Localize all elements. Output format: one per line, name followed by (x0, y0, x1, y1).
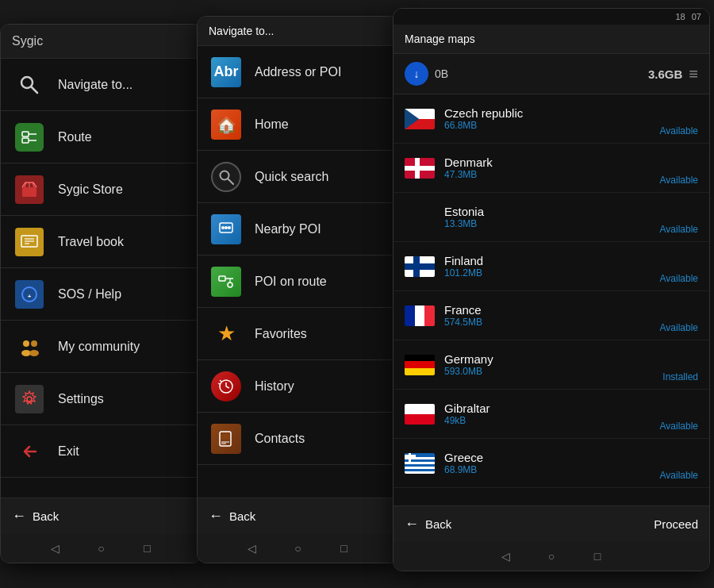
finland-name: Finland (444, 254, 698, 267)
back-button-maps[interactable]: ← Back (393, 505, 616, 542)
menu-item-route[interactable]: Route (1, 111, 202, 163)
denmark-status: Available (660, 175, 698, 186)
sos-icon: + (12, 277, 47, 312)
address-poi-label: Address or POI (255, 65, 341, 79)
back-label-p2: Back (229, 509, 255, 523)
flag-gibraltar (405, 404, 435, 425)
status-bar: 18 07 (393, 9, 709, 25)
svg-rect-6 (22, 187, 36, 197)
greece-name: Greece (444, 451, 698, 464)
back-button-p2[interactable]: ← Back (198, 498, 398, 534)
menu-item-nearby-poi[interactable]: Nearby POI (198, 203, 398, 256)
time-display: 07 (692, 12, 701, 21)
germany-name: Germany (444, 352, 698, 366)
sos-label: SOS / Help (58, 287, 121, 302)
flag-greece (405, 453, 435, 474)
svg-line-22 (228, 179, 234, 184)
panel-navigate: Navigate to... Abr Address or POI 🏠 Home… (197, 16, 399, 563)
navigate-title: Navigate to... (209, 25, 274, 37)
address-icon: Abr (209, 55, 244, 90)
flag-denmark (405, 158, 435, 179)
france-name: France (444, 303, 698, 317)
gibraltar-name: Gibraltar (444, 402, 698, 415)
settings-icon (12, 382, 47, 417)
nav-bar-p3: ◁ ○ □ (393, 542, 709, 571)
menu-item-exit[interactable]: Exit (1, 425, 202, 478)
nearby-poi-icon (209, 212, 244, 247)
home-nav-p1[interactable]: ◁ (48, 541, 63, 555)
menu-item-navigate[interactable]: Navigate to... (1, 59, 202, 111)
home-nav-p2[interactable]: ◁ (245, 541, 259, 555)
menu-item-home[interactable]: 🏠 Home (198, 98, 398, 151)
estonia-status: Available (660, 224, 698, 235)
maps-header: Manage maps (393, 25, 709, 54)
menu-item-sos[interactable]: + SOS / Help (1, 268, 202, 321)
map-item-france[interactable]: France 574.5MB Available (393, 291, 709, 340)
store-label: Sygic Store (58, 183, 123, 197)
menu-item-settings[interactable]: Settings (1, 373, 202, 425)
recents-nav-p2[interactable]: □ (337, 541, 351, 555)
back-arrow-p2: ← (209, 508, 223, 525)
menu-item-poi-route[interactable]: POI on route (198, 256, 398, 308)
nav-bar-p1: ◁ ○ □ (1, 534, 202, 563)
back-label-maps: Back (425, 517, 451, 531)
navigate-label: Navigate to... (58, 78, 132, 92)
maps-list: Czech republic 66.8MB Available Denmark … (393, 94, 709, 553)
menu-item-favorites[interactable]: ★ Favorites (198, 308, 398, 360)
germany-status: Installed (662, 371, 698, 382)
contacts-icon (209, 421, 244, 456)
menu-item-quicksearch[interactable]: Quick search (198, 151, 398, 203)
route-label: Route (58, 130, 92, 144)
maps-menu-icon[interactable]: ≡ (689, 65, 698, 83)
menu-item-address-poi[interactable]: Abr Address or POI (198, 46, 398, 98)
map-item-gibraltar[interactable]: Gibraltar 49kB Available (393, 390, 709, 439)
sygic-header: Sygic (1, 25, 202, 59)
flag-finland (405, 256, 435, 277)
poi-route-icon (209, 264, 244, 299)
svg-rect-5 (22, 138, 29, 143)
map-item-greece[interactable]: Greece 68.9MB Available (393, 439, 709, 488)
back-button-p1[interactable]: ← Back (1, 498, 202, 534)
menu-item-travel[interactable]: Travel book (1, 216, 202, 268)
back-arrow-p1: ← (12, 508, 26, 525)
svg-rect-2 (22, 132, 29, 136)
menu-item-community[interactable]: My community (1, 321, 202, 373)
nav-bar-p2: ◁ ○ □ (198, 534, 398, 563)
battery-level: 18 (676, 12, 685, 21)
recents-nav-p1[interactable]: □ (140, 541, 155, 555)
download-size: 0B (435, 67, 448, 80)
menu-item-contacts[interactable]: Contacts (198, 413, 398, 465)
flag-estonia (405, 207, 435, 228)
search-icon (12, 67, 47, 102)
panel-sygic: Sygic Navigate to... Route (0, 24, 202, 563)
menu-item-store[interactable]: Sygic Store (1, 163, 202, 216)
favorites-label: Favorites (255, 327, 307, 341)
czech-name: Czech republic (444, 106, 698, 120)
czech-status: Available (660, 125, 698, 136)
map-item-germany[interactable]: Germany 593.0MB Installed (393, 340, 709, 390)
germany-size: 593.0MB (444, 366, 698, 377)
flag-germany (405, 355, 435, 375)
flag-czech (405, 109, 435, 129)
poi-route-label: POI on route (255, 275, 327, 289)
back-label-p1: Back (33, 509, 59, 523)
map-item-finland[interactable]: Finland 101.2MB Available (393, 242, 709, 291)
svg-point-29 (228, 282, 232, 287)
back-nav-p1[interactable]: ○ (94, 541, 109, 555)
home-nav-p3[interactable]: ◁ (498, 549, 512, 563)
finland-status: Available (660, 273, 698, 284)
menu-item-history[interactable]: History (198, 360, 398, 413)
map-item-denmark[interactable]: Denmark 47.3MB Available (393, 144, 709, 193)
recents-nav-p3[interactable]: □ (590, 549, 605, 563)
contacts-label: Contacts (255, 432, 305, 446)
back-nav-p2[interactable]: ○ (291, 541, 305, 555)
back-nav-p3[interactable]: ○ (544, 549, 559, 563)
france-status: Available (660, 322, 698, 333)
history-icon (209, 369, 244, 404)
map-item-czech[interactable]: Czech republic 66.8MB Available (393, 94, 709, 144)
settings-label: Settings (58, 392, 104, 406)
proceed-button[interactable]: Proceed (614, 505, 709, 542)
map-item-estonia[interactable]: Estonia 13.3MB Available (393, 193, 709, 242)
svg-text:+: + (28, 293, 32, 300)
exit-icon (12, 434, 47, 469)
